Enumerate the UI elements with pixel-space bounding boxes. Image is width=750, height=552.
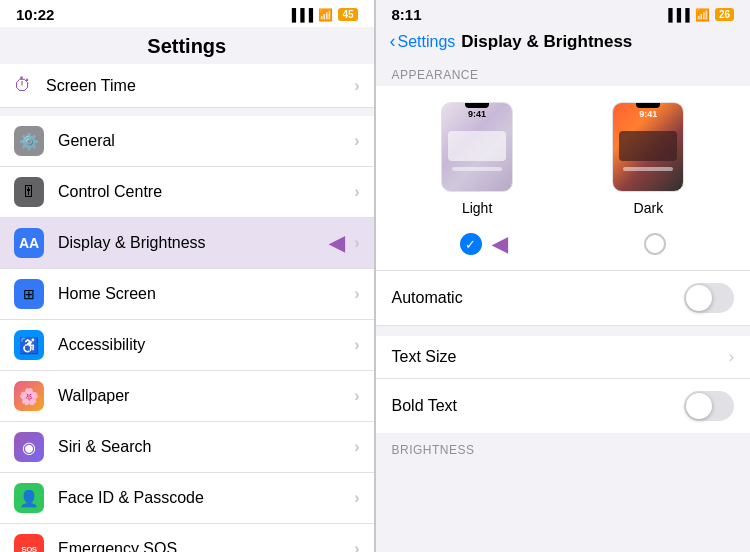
light-preview: 9:41 <box>441 102 513 192</box>
faceid-label: Face ID & Passcode <box>58 489 354 507</box>
right-content: APPEARANCE 9:41 Light <box>376 60 751 552</box>
control-icon: 🎚 <box>14 177 44 207</box>
status-bar-left: 10:22 ▐▐▐ 📶 45 <box>0 0 374 27</box>
automatic-toggle[interactable] <box>684 283 734 313</box>
list-item-faceid[interactable]: 👤 Face ID & Passcode › <box>0 473 374 524</box>
sos-label: Emergency SOS <box>58 540 354 552</box>
gap1 <box>376 326 751 336</box>
list-item-accessibility[interactable]: ♿ Accessibility › <box>0 320 374 371</box>
preview-bar-light <box>448 131 506 161</box>
chevron-faceid: › <box>354 489 359 507</box>
battery-badge-left: 45 <box>338 8 357 21</box>
list-item-homescreen[interactable]: ⊞ Home Screen › <box>0 269 374 320</box>
bold-text-row: Bold Text <box>376 379 751 433</box>
automatic-label: Automatic <box>392 289 685 307</box>
appearance-row: 9:41 Light 9:41 Dark <box>376 86 751 232</box>
homescreen-icon: ⊞ <box>14 279 44 309</box>
preview-time-dark: 9:41 <box>613 109 683 119</box>
back-chevron-icon: ‹ <box>390 31 396 52</box>
toggle-knob-automatic <box>686 285 712 311</box>
chevron-accessibility: › <box>354 336 359 354</box>
chevron-control: › <box>354 183 359 201</box>
general-label: General <box>58 132 354 150</box>
bold-text-label: Bold Text <box>392 397 685 415</box>
radio-dark[interactable] <box>644 233 666 255</box>
signal-icon-right: ▐▐▐ <box>664 8 690 22</box>
list-item-display[interactable]: AA Display & Brightness › ◀ <box>0 218 374 269</box>
display-label: Display & Brightness <box>58 234 354 252</box>
wallpaper-label: Wallpaper <box>58 387 354 405</box>
notch-dark <box>636 103 660 108</box>
chevron-homescreen: › <box>354 285 359 303</box>
notch-light <box>465 103 489 108</box>
siri-label: Siri & Search <box>58 438 354 456</box>
nav-title: Display & Brightness <box>461 32 632 52</box>
status-icons-right: ▐▐▐ 📶 26 <box>664 8 734 22</box>
chevron-text-size: › <box>729 348 734 366</box>
preview-time-light: 9:41 <box>442 109 512 119</box>
settings-list: ⏱ Screen Time › ⚙️ General › 🎚 Control C… <box>0 64 374 552</box>
bold-text-toggle[interactable] <box>684 391 734 421</box>
list-item-siri[interactable]: ◉ Siri & Search › <box>0 422 374 473</box>
time-right: 8:11 <box>392 6 422 23</box>
screen-time-label: Screen Time <box>46 77 354 95</box>
divider <box>0 108 374 116</box>
brightness-label: BRIGHTNESS <box>376 433 751 461</box>
highlight-light <box>452 167 502 171</box>
screen-time-icon: ⏱ <box>14 75 32 96</box>
checkmark-icon: ✓ <box>465 237 476 252</box>
signal-icon: ▐▐▐ <box>288 8 314 22</box>
display-icon: AA <box>14 228 44 258</box>
chevron-sos: › <box>354 540 359 552</box>
page-title-left: Settings <box>0 27 374 64</box>
purple-arrow-left: ◀ <box>329 231 344 255</box>
chevron-display: › <box>354 234 359 252</box>
radio-dark-option[interactable] <box>644 233 666 255</box>
brightness-gap <box>376 461 751 467</box>
left-panel: 10:22 ▐▐▐ 📶 45 Settings ⏱ Screen Time › … <box>0 0 375 552</box>
status-bar-right: 8:11 ▐▐▐ 📶 26 <box>376 0 751 27</box>
light-label: Light <box>462 200 492 216</box>
accessibility-label: Accessibility <box>58 336 354 354</box>
list-item-sos[interactable]: SOS Emergency SOS › <box>0 524 374 552</box>
chevron-icon: › <box>354 77 359 95</box>
text-size-row[interactable]: Text Size › <box>376 336 751 379</box>
battery-right: 26 <box>715 8 734 21</box>
appearance-container: 9:41 Light 9:41 Dark <box>376 86 751 326</box>
wallpaper-icon: 🌸 <box>14 381 44 411</box>
dark-preview: 9:41 <box>612 102 684 192</box>
highlight-dark <box>623 167 673 171</box>
list-item-control[interactable]: 🎚 Control Centre › <box>0 167 374 218</box>
appearance-light[interactable]: 9:41 Light <box>441 102 513 216</box>
purple-arrow-right: ◀ <box>492 232 507 256</box>
faceid-icon: 👤 <box>14 483 44 513</box>
status-icons-left: ▐▐▐ 📶 45 <box>288 8 358 22</box>
siri-icon: ◉ <box>14 432 44 462</box>
nav-bar: ‹ Settings Display & Brightness <box>376 27 751 60</box>
back-button[interactable]: ‹ Settings <box>390 31 456 52</box>
accessibility-icon: ♿ <box>14 330 44 360</box>
list-item-general[interactable]: ⚙️ General › <box>0 116 374 167</box>
text-rows-group: Text Size › Bold Text <box>376 336 751 433</box>
dark-label: Dark <box>634 200 664 216</box>
appearance-dark[interactable]: 9:41 Dark <box>612 102 684 216</box>
list-item-wallpaper[interactable]: 🌸 Wallpaper › <box>0 371 374 422</box>
radio-row: ✓ ◀ <box>376 232 751 270</box>
wifi-icon: 📶 <box>318 8 333 22</box>
time-left: 10:22 <box>16 6 54 23</box>
chevron-wallpaper: › <box>354 387 359 405</box>
homescreen-label: Home Screen <box>58 285 354 303</box>
toggle-knob-bold <box>686 393 712 419</box>
control-label: Control Centre <box>58 183 354 201</box>
automatic-toggle-row: Automatic <box>376 270 751 326</box>
wifi-icon-right: 📶 <box>695 8 710 22</box>
radio-light-option[interactable]: ✓ ◀ <box>460 232 507 256</box>
right-panel: 8:11 ▐▐▐ 📶 26 ‹ Settings Display & Brigh… <box>376 0 751 552</box>
general-icon: ⚙️ <box>14 126 44 156</box>
appearance-section-label: APPEARANCE <box>376 60 751 86</box>
sos-icon: SOS <box>14 534 44 552</box>
text-size-label: Text Size <box>392 348 729 366</box>
preview-bar-dark <box>619 131 677 161</box>
radio-light[interactable]: ✓ <box>460 233 482 255</box>
screen-time-row[interactable]: ⏱ Screen Time › <box>0 64 374 108</box>
